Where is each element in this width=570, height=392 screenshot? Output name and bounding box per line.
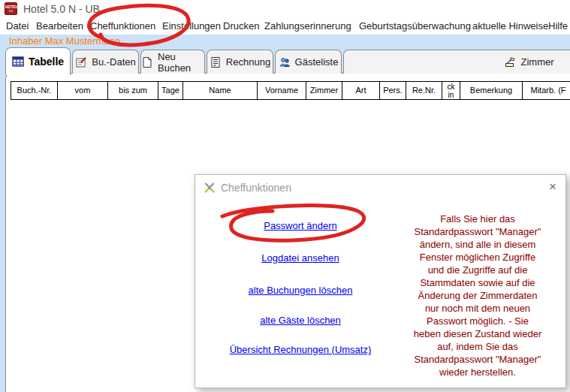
header-cell-tage: Tage [158, 81, 183, 100]
header-cell-name: Name [182, 81, 258, 100]
header-cell-vom: vom [57, 81, 108, 100]
header-cell-zimmer: Zimmer [306, 81, 342, 100]
blank-page-icon [141, 56, 153, 68]
window-title: Hotel 5.0 N - UB [23, 3, 100, 15]
tab-label: Rechnung [226, 56, 270, 68]
link-uebersicht-rechnungen[interactable]: Übersicht Rechnungen (Umsatz) [210, 344, 391, 355]
tab-label: Gästeliste [295, 56, 339, 68]
lines-page-icon [210, 56, 222, 68]
header-cell-bemerkung: Bemerkung [460, 81, 523, 100]
tab-rechnung[interactable]: Rechnung [207, 50, 273, 74]
guests-icon [279, 56, 291, 68]
header-cell-check-in: ck in [442, 81, 460, 100]
tab-label: Bu.-Daten [92, 56, 136, 68]
app-icon: HOTEL 5.0 [5, 2, 17, 15]
dialog-info-text: Falls Sie hier das Standardpasswort "Man… [389, 213, 566, 378]
owner-bar: Inhaber Max Mustermann [0, 35, 570, 47]
crossed-swords-icon [203, 181, 216, 194]
link-alte-buchungen-loeschen[interactable]: alte Buchungen löschen [210, 285, 391, 296]
form-pen-icon [75, 56, 87, 68]
menu-item-einstellungen[interactable]: Einstellungen [162, 20, 221, 32]
tab-neu-buchen[interactable]: Neu Buchen [140, 50, 205, 74]
app-window: HOTEL 5.0 Hotel 5.0 N - UB Datei Bearbei… [0, 0, 570, 392]
header-cell-bis-zum: bis zum [107, 81, 158, 100]
dialog-title: Cheffunktionen [221, 182, 291, 194]
link-passwort-aendern[interactable]: Passwort ändern [210, 220, 391, 231]
menu-item-aktuelle-hinweise[interactable]: aktuelle Hinweise [472, 20, 548, 32]
header-cell-mitarb: Mitarb. (F [522, 81, 570, 100]
table-icon [12, 56, 24, 68]
dialog-close-icon[interactable]: × [549, 179, 556, 194]
link-alte-gaeste-loeschen[interactable]: alte Gäste löschen [210, 315, 391, 326]
tab-label: Zimmer [520, 56, 553, 68]
stamp-icon [504, 56, 516, 68]
menu-item-geburtstagsueberwachung[interactable]: Geburtstagsüberwachung [359, 20, 471, 32]
menu-item-cheffunktionen[interactable]: Cheffunktionen [90, 20, 155, 32]
menu-item-datei[interactable]: Datei [6, 20, 29, 32]
header-cell-pers: Pers. [379, 81, 406, 100]
tab-label: Neu Buchen [158, 51, 204, 74]
cheffunktionen-dialog: Cheffunktionen × Passwort ändern Logdate… [195, 174, 566, 388]
menu-item-bearbeiten[interactable]: Bearbeiten [36, 20, 83, 32]
menu-bar: Datei Bearbeiten Cheffunktionen Einstell… [0, 18, 570, 35]
header-cell-art: Art [342, 81, 380, 100]
header-cell-re-nr: Re.Nr. [406, 81, 442, 100]
link-logdatei-ansehen[interactable]: Logdatei ansehen [210, 252, 391, 264]
header-cell-buch-nr: Buch.-Nr. [11, 81, 58, 100]
menu-item-zahlungserinnerung[interactable]: Zahlungserinnerung [264, 20, 351, 32]
tab-gaesteliste[interactable]: Gästeliste [275, 50, 342, 74]
tab-tabelle[interactable]: Tabelle [5, 47, 71, 75]
table-header: Buch.-Nr. vom bis zum Tage Name Vorname … [11, 81, 570, 100]
menu-item-hilfe[interactable]: Hilfe [548, 20, 568, 32]
tab-zimmer[interactable]: Zimmer [343, 50, 570, 74]
owner-text: Inhaber Max Mustermann [9, 35, 120, 47]
header-cell-vorname: Vorname [257, 81, 306, 100]
tab-label: Tabelle [29, 56, 64, 68]
menu-item-drucken[interactable]: Drucken [223, 20, 259, 32]
tab-bu-daten[interactable]: Bu.-Daten [72, 50, 139, 74]
title-bar: HOTEL 5.0 Hotel 5.0 N - UB [0, 0, 570, 18]
